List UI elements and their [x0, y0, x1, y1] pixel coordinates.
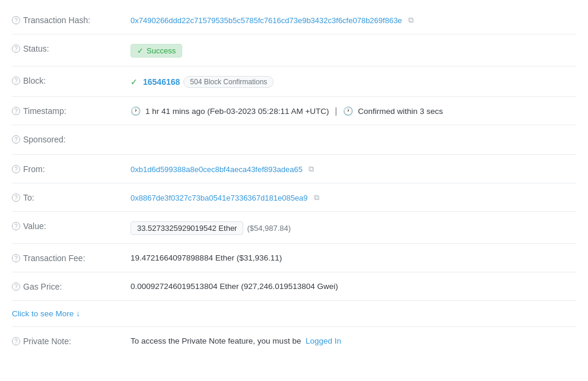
gas-price-row: ? Gas Price: 0.000927246019513804 Ether …	[12, 272, 576, 301]
confirmed-clock-icon: 🕐	[343, 106, 353, 116]
private-note-static-text: To access the Private Note feature, you …	[131, 336, 301, 345]
private-note-label-text: Private Note:	[23, 336, 71, 346]
from-label-text: From:	[23, 164, 45, 174]
block-label: ? Block:	[12, 75, 131, 85]
clock-icon: 🕐	[131, 106, 141, 116]
fee-value-col: 19.4721664097898884 Ether ($31,936.11)	[131, 252, 576, 262]
separator: |	[335, 106, 338, 116]
from-address[interactable]: 0xb1d6d599388a8e0cec8bf4aeca43fef893adea…	[131, 165, 303, 174]
status-text: Success	[147, 46, 176, 55]
transaction-hash-value-col: 0x7490266ddd22c71579535b5c5785fc7616cd73…	[131, 14, 576, 25]
copy-hash-icon[interactable]: ⧉	[408, 15, 414, 25]
status-badge: ✓ Success	[131, 44, 182, 58]
to-value-col: 0x8867de3f0327c73ba0541e7336367d181e085e…	[131, 192, 576, 202]
from-label: ? From:	[12, 163, 131, 174]
help-icon-to[interactable]: ?	[12, 193, 20, 202]
gas-price-label-text: Gas Price:	[23, 282, 62, 291]
value-label: ? Value:	[12, 220, 131, 231]
fee-value: 19.4721664097898884 Ether ($31,936.11)	[131, 253, 282, 262]
status-row: ? Status: ✓ Success	[12, 34, 576, 66]
fee-row: ? Transaction Fee: 19.4721664097898884 E…	[12, 244, 576, 272]
private-note-row: ? Private Note: To access the Private No…	[12, 327, 576, 355]
fee-label-text: Transaction Fee:	[23, 253, 85, 263]
help-icon-sponsored[interactable]: ?	[12, 135, 20, 144]
logged-in-link[interactable]: Logged In	[306, 336, 341, 345]
to-row: ? To: 0x8867de3f0327c73ba0541e7336367d18…	[12, 183, 576, 212]
confirmed-text: Confirmed within 3 secs	[358, 107, 443, 116]
sponsored-label-text: Sponsored:	[23, 135, 66, 144]
fee-label: ? Transaction Fee:	[12, 252, 131, 263]
help-icon-private-note[interactable]: ?	[12, 337, 20, 345]
status-label: ? Status:	[12, 43, 131, 53]
transaction-hash-row: ? Transaction Hash: 0x7490266ddd22c71579…	[12, 6, 576, 34]
block-value-col: ✓ 16546168 504 Block Confirmations	[131, 75, 576, 88]
to-address[interactable]: 0x8867de3f0327c73ba0541e7336367d181e085e…	[131, 193, 308, 202]
click-more-row[interactable]: Click to see More ↓	[12, 301, 576, 327]
arrow-down-icon: ↓	[76, 309, 80, 318]
timestamp-value: 1 hr 41 mins ago (Feb-03-2023 05:28:11 A…	[145, 107, 329, 116]
timestamp-row: ? Timestamp: 🕐 1 hr 41 mins ago (Feb-03-…	[12, 97, 576, 125]
help-icon-from[interactable]: ?	[12, 165, 20, 173]
timestamp-value-col: 🕐 1 hr 41 mins ago (Feb-03-2023 05:28:11…	[131, 105, 576, 116]
help-icon-fee[interactable]: ?	[12, 254, 20, 262]
block-number[interactable]: 16546168	[143, 77, 180, 87]
help-icon-hash[interactable]: ?	[12, 16, 20, 24]
transaction-hash-value: 0x7490266ddd22c71579535b5c5785fc7616cd73…	[131, 16, 402, 25]
from-row: ? From: 0xb1d6d599388a8e0cec8bf4aeca43fe…	[12, 155, 576, 183]
to-label: ? To:	[12, 192, 131, 202]
value-ether: 33.5273325929019542 Ether	[131, 221, 243, 235]
to-label-text: To:	[23, 193, 34, 202]
transaction-hash-label-text: Transaction Hash:	[23, 15, 90, 25]
help-icon-timestamp[interactable]: ?	[12, 107, 20, 115]
help-icon-value[interactable]: ?	[12, 222, 20, 230]
block-check-icon: ✓	[131, 77, 138, 87]
check-icon: ✓	[137, 46, 144, 55]
sponsored-row: ? Sponsored:	[12, 125, 576, 155]
timestamp-label-text: Timestamp:	[23, 106, 66, 116]
block-confirmations: 504 Block Confirmations	[183, 76, 274, 88]
gas-price-label: ? Gas Price:	[12, 281, 131, 291]
value-usd: ($54,987.84)	[247, 224, 291, 233]
private-note-text: To access the Private Note feature, you …	[131, 336, 341, 345]
value-row: ? Value: 33.5273325929019542 Ether ($54,…	[12, 212, 576, 244]
block-label-text: Block:	[23, 76, 46, 85]
from-value-col: 0xb1d6d599388a8e0cec8bf4aeca43fef893adea…	[131, 163, 576, 174]
status-label-text: Status:	[23, 44, 49, 53]
help-icon-gas[interactable]: ?	[12, 282, 20, 291]
gas-price-value: 0.000927246019513804 Ether (927,246.0195…	[131, 282, 338, 291]
sponsored-value-col	[131, 134, 576, 135]
status-value-col: ✓ Success	[131, 43, 576, 58]
sponsored-label: ? Sponsored:	[12, 134, 131, 144]
value-value-col: 33.5273325929019542 Ether ($54,987.84)	[131, 220, 576, 235]
copy-to-icon[interactable]: ⧉	[314, 193, 319, 202]
copy-from-icon[interactable]: ⧉	[309, 164, 314, 174]
click-more-label: Click to see More	[12, 309, 74, 318]
block-row: ? Block: ✓ 16546168 504 Block Confirmati…	[12, 66, 576, 97]
gas-price-value-col: 0.000927246019513804 Ether (927,246.0195…	[131, 281, 576, 291]
help-icon-status[interactable]: ?	[12, 45, 20, 53]
help-icon-block[interactable]: ?	[12, 77, 20, 85]
timestamp-label: ? Timestamp:	[12, 105, 131, 116]
transaction-hash-label: ? Transaction Hash:	[12, 14, 131, 25]
value-label-text: Value:	[23, 221, 46, 231]
private-note-value-col: To access the Private Note feature, you …	[131, 335, 576, 345]
private-note-label: ? Private Note:	[12, 335, 131, 346]
